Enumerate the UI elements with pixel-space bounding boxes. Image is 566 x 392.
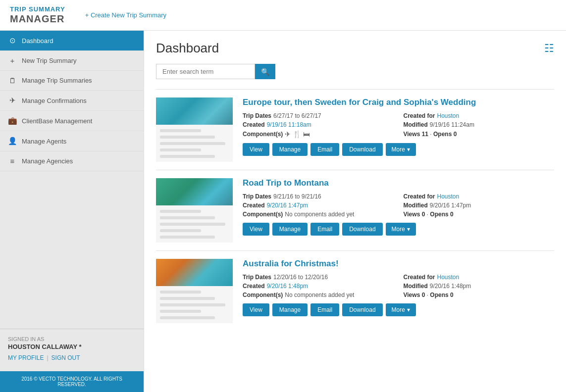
download-button[interactable]: Download — [342, 303, 382, 316]
trip-title[interactable]: Road Trip to Montana — [243, 178, 554, 188]
divider: | — [47, 354, 48, 361]
email-button[interactable]: Email — [310, 303, 339, 316]
thumb-line — [160, 303, 225, 306]
trip-dates-value: 12/20/16 to 12/20/16 — [273, 274, 328, 281]
components-label: Component(s) — [243, 211, 283, 218]
components-row: Component(s) No components added yet — [243, 211, 394, 218]
components-text: No components added yet — [285, 292, 354, 298]
view-button[interactable]: View — [243, 223, 269, 236]
created-row: Created 9/20/16 1:48pm — [243, 283, 394, 290]
signed-in-section: SIGNED IN AS HOUSTON CALLAWAY * MY PROFI… — [0, 329, 144, 371]
modified-label: Modified — [404, 121, 428, 128]
create-new-link[interactable]: Create New Trip Summary — [85, 11, 166, 19]
more-button[interactable]: More ▾ — [386, 143, 416, 156]
trip-card: Australia for Christmas! Trip Dates 12/2… — [156, 250, 554, 331]
trip-thumbnail — [156, 178, 233, 243]
sidebar-item-manage-agencies[interactable]: ≡ Manage Agencies — [0, 151, 144, 171]
created-for-label: Created for — [404, 274, 435, 281]
created-for-row: Created for Houston — [404, 274, 555, 281]
manage-button[interactable]: Manage — [272, 303, 308, 316]
thumb-image — [156, 259, 233, 286]
list-view-icon[interactable]: ☷ — [544, 42, 554, 55]
trip-title[interactable]: Australia for Christmas! — [243, 259, 554, 269]
thumb-line — [160, 291, 201, 294]
created-row: Created 9/19/16 11:18am — [243, 121, 394, 128]
thumb-image — [156, 178, 233, 205]
more-button[interactable]: More ▾ — [386, 223, 416, 236]
thumb-line — [160, 223, 225, 226]
page-title: Dashboard — [156, 41, 219, 56]
trip-title[interactable]: Europe tour, then Sweden for Craig and S… — [243, 98, 554, 107]
created-for-value: Houston — [437, 112, 460, 119]
search-bar: 🔍 — [156, 64, 554, 79]
more-button[interactable]: More ▾ — [386, 303, 416, 316]
trip-actions: View Manage Email Download More ▾ — [243, 303, 554, 316]
trip-info: Road Trip to Montana Trip Dates 9/21/16 … — [243, 178, 554, 236]
profile-signout-links: MY PROFILE | SIGN OUT — [8, 354, 136, 361]
trip-card: Road Trip to Montana Trip Dates 9/21/16 … — [156, 170, 554, 250]
views-opens: Views 11 · Opens 0 — [404, 131, 457, 138]
view-button[interactable]: View — [243, 143, 269, 156]
trip-thumbnail — [156, 259, 233, 323]
email-button[interactable]: Email — [310, 143, 339, 156]
thumb-line — [160, 142, 225, 145]
list-icon-sidebar: ≡ — [8, 157, 17, 165]
created-for-value: Houston — [437, 193, 460, 200]
sign-out-link[interactable]: SIGN OUT — [51, 354, 80, 361]
document-icon: 🗒 — [8, 76, 17, 85]
thumb-line — [160, 229, 201, 232]
modified-value: 9/20/16 1:47pm — [430, 202, 471, 209]
trip-dates-value: 6/27/17 to 6/27/17 — [273, 112, 321, 119]
trip-dates-label: Trip Dates — [243, 193, 271, 200]
manage-button[interactable]: Manage — [272, 223, 308, 236]
views-opens: Views 0 · Opens 0 — [404, 292, 454, 298]
thumb-content — [156, 286, 233, 323]
views-row: Views 0 · Opens 0 — [404, 211, 555, 218]
sidebar: ⊙ Dashboard + New Trip Summary 🗒 Manage … — [0, 31, 144, 392]
thumb-content — [156, 205, 233, 243]
content-header: Dashboard ☷ — [156, 41, 554, 56]
dashboard-icon: ⊙ — [8, 36, 17, 45]
download-button[interactable]: Download — [342, 143, 382, 156]
email-button[interactable]: Email — [310, 223, 339, 236]
thumb-line — [160, 148, 201, 151]
trip-dates-row: Trip Dates 6/27/17 to 6/27/17 — [243, 112, 394, 119]
created-label: Created — [243, 121, 265, 128]
my-profile-link[interactable]: MY PROFILE — [8, 354, 44, 361]
thumb-line — [160, 316, 215, 319]
sidebar-item-clientbase[interactable]: 💼 ClientBase Management — [0, 111, 144, 131]
modified-row: Modified 9/20/16 1:48pm — [404, 283, 555, 290]
modified-value: 9/20/16 1:48pm — [430, 283, 471, 290]
search-input[interactable] — [156, 64, 255, 79]
created-for-value: Houston — [437, 274, 460, 281]
sidebar-item-manage-confirmations[interactable]: ✈ Manage Confirmations — [0, 91, 144, 111]
trip-dates-label: Trip Dates — [243, 274, 271, 281]
sidebar-item-dashboard[interactable]: ⊙ Dashboard — [0, 31, 144, 51]
views-row: Views 0 · Opens 0 — [404, 292, 555, 298]
sidebar-item-new-trip[interactable]: + New Trip Summary — [0, 51, 144, 71]
manage-button[interactable]: Manage — [272, 143, 308, 156]
trip-meta: Trip Dates 12/20/16 to 12/20/16 Created … — [243, 274, 554, 298]
modified-label: Modified — [404, 202, 428, 209]
sidebar-item-manage-agents[interactable]: 👤 Manage Agents — [0, 131, 144, 151]
search-button[interactable]: 🔍 — [255, 64, 275, 79]
thumb-line — [160, 297, 215, 300]
dropdown-arrow: ▾ — [407, 146, 410, 153]
created-for-row: Created for Houston — [404, 112, 555, 119]
sidebar-item-manage-summaries[interactable]: 🗒 Manage Trip Summaries — [0, 71, 144, 91]
trip-actions: View Manage Email Download More ▾ — [243, 143, 554, 156]
thumb-content — [156, 125, 233, 162]
view-button[interactable]: View — [243, 303, 269, 316]
user-icon: 👤 — [8, 137, 17, 146]
components-text: No components added yet — [285, 211, 354, 218]
components-label: Component(s) — [243, 292, 283, 298]
trip-info: Australia for Christmas! Trip Dates 12/2… — [243, 259, 554, 316]
plane-icon: ✈ — [8, 96, 17, 105]
download-button[interactable]: Download — [342, 223, 382, 236]
modified-value: 9/19/16 11:24am — [430, 121, 474, 128]
thumb-line — [160, 210, 201, 213]
created-row: Created 9/20/16 1:47pm — [243, 202, 394, 209]
components-row: Component(s) ✈ 🍴 🛏 — [243, 130, 394, 138]
views-opens: Views 0 · Opens 0 — [404, 211, 454, 218]
trip-actions: View Manage Email Download More ▾ — [243, 223, 554, 236]
